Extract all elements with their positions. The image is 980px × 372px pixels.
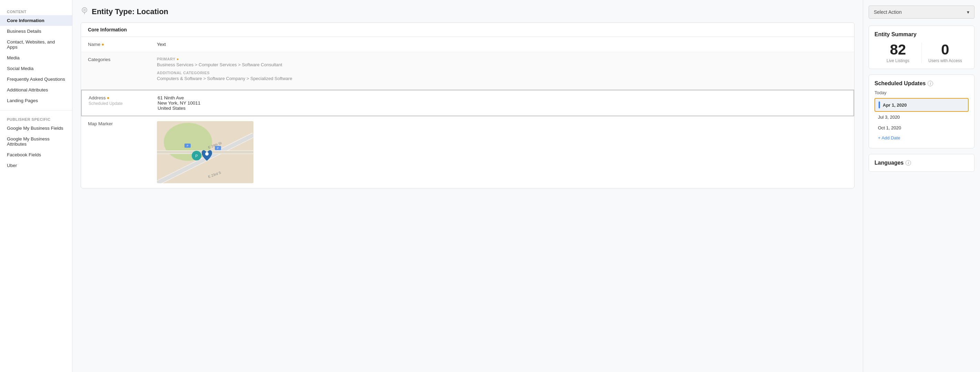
sidebar-item-frequently-asked-questions[interactable]: Frequently Asked Questions: [0, 74, 72, 85]
select-action-button[interactable]: Select Action ▾: [869, 6, 974, 19]
date-item-oct[interactable]: Oct 1, 2020: [875, 123, 969, 133]
svg-point-15: [205, 152, 208, 156]
categories-label: Categories: [81, 52, 150, 89]
scheduled-updates-info-icon: i: [928, 81, 933, 86]
primary-category-value: Business Services > Computer Services > …: [157, 62, 847, 67]
select-action-label: Select Action: [874, 9, 902, 15]
users-with-access-count: 0: [922, 42, 969, 57]
primary-required: ●: [177, 57, 179, 61]
arrow-annotation: [853, 97, 854, 109]
scheduled-update-label: Scheduled Update: [89, 101, 144, 106]
address-row: Address● Scheduled Update 61 Ninth Ave N…: [81, 90, 854, 116]
sidebar-divider: [0, 110, 72, 110]
sidebar-item-core-information[interactable]: Core Information: [0, 15, 72, 26]
map-marker-row: Map Marker E 24th: [81, 116, 854, 188]
svg-point-0: [82, 8, 87, 13]
chevron-down-icon: ▾: [967, 9, 969, 15]
core-information-card: Core Information Name● Yext Categories P…: [81, 22, 854, 188]
scheduled-updates-card: Scheduled Updates i Today Apr 1, 2020 Ju…: [869, 75, 974, 148]
page-header: Entity Type: Location: [81, 7, 854, 16]
sidebar-publisher-label: Publisher Specific: [0, 115, 72, 123]
entity-summary-title: Entity Summary: [875, 31, 969, 38]
summary-stats: 82 Live Listings 0 Users with Access: [875, 42, 969, 63]
categories-value: PRIMARY● Business Services > Computer Se…: [150, 52, 854, 89]
sidebar-content-label: Content: [0, 7, 72, 15]
live-listings-label: Live Listings: [875, 58, 921, 63]
address-line3: United States: [158, 105, 846, 111]
live-listings-count: 82: [875, 42, 921, 57]
name-value: Yext: [150, 37, 854, 52]
users-with-access-stat: 0 Users with Access: [921, 42, 969, 63]
sidebar: Content Core Information Business Detail…: [0, 0, 72, 372]
svg-point-1: [84, 9, 86, 11]
svg-text:P: P: [217, 147, 219, 150]
sidebar-item-facebook-fields[interactable]: Facebook Fields: [0, 149, 72, 160]
address-line2: New York, NY 10011: [158, 101, 846, 105]
name-row: Name● Yext: [81, 37, 854, 52]
sidebar-item-additional-attributes[interactable]: Additional Attributes: [0, 85, 72, 95]
location-pin-icon: [81, 7, 88, 16]
address-required: ●: [107, 95, 110, 101]
scheduled-updates-title: Scheduled Updates i: [875, 80, 969, 86]
sidebar-item-google-my-business-attributes[interactable]: Google My Business Attributes: [0, 134, 72, 149]
address-label: Address● Scheduled Update: [82, 90, 151, 116]
languages-info-icon: i: [905, 160, 911, 166]
date-item-apr[interactable]: Apr 1, 2020: [875, 98, 969, 112]
additional-categories-label: ADDITIONAL CATEGORIES: [157, 71, 847, 75]
sidebar-item-media[interactable]: Media: [0, 53, 72, 63]
sidebar-item-social-media[interactable]: Social Media: [0, 63, 72, 74]
sidebar-item-landing-pages[interactable]: Landing Pages: [0, 95, 72, 106]
address-value: 61 Ninth Ave New York, NY 10011 United S…: [151, 90, 853, 116]
users-with-access-label: Users with Access: [922, 58, 969, 63]
languages-card: Languages i: [869, 154, 974, 172]
name-required: ●: [101, 42, 104, 47]
add-date-link[interactable]: + Add Date: [875, 133, 904, 142]
date-item-jul[interactable]: Jul 3, 2020: [875, 112, 969, 123]
sidebar-item-google-my-business-fields[interactable]: Google My Business Fields: [0, 123, 72, 134]
page-title: Entity Type: Location: [92, 7, 168, 16]
name-label: Name●: [81, 37, 150, 52]
svg-text:P: P: [186, 144, 188, 147]
map-marker-value: E 24th St E 23rd S P P P: [150, 116, 854, 188]
today-label: Today: [875, 90, 969, 95]
additional-categories-value: Computers & Software > Software Company …: [157, 76, 847, 81]
live-listings-stat: 82 Live Listings: [875, 42, 921, 63]
map-image: E 24th St E 23rd S P P P: [157, 121, 253, 183]
date-accent-bar: [879, 101, 880, 109]
sidebar-item-uber[interactable]: Uber: [0, 160, 72, 171]
entity-summary-card: Entity Summary 82 Live Listings 0 Users …: [869, 26, 974, 69]
main-content: Entity Type: Location Core Information N…: [72, 0, 863, 372]
languages-title: Languages i: [875, 160, 969, 166]
svg-text:P: P: [195, 154, 197, 158]
address-line1: 61 Ninth Ave: [158, 95, 846, 101]
sidebar-item-contact-websites-apps[interactable]: Contact, Websites, and Apps: [0, 37, 72, 53]
categories-row: Categories PRIMARY● Business Services > …: [81, 52, 854, 90]
date-apr-value: Apr 1, 2020: [883, 102, 907, 108]
primary-category-label: PRIMARY●: [157, 57, 847, 61]
card-header: Core Information: [81, 23, 854, 37]
map-marker-label: Map Marker: [81, 116, 150, 188]
sidebar-item-business-details[interactable]: Business Details: [0, 26, 72, 37]
right-panel: Select Action ▾ Entity Summary 82 Live L…: [863, 0, 980, 372]
